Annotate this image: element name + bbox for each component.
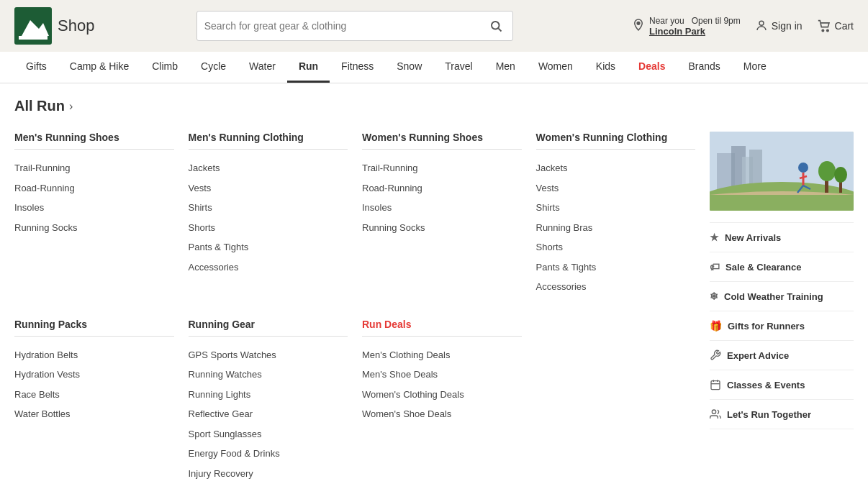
menu-item[interactable]: Hydration Belts xyxy=(14,345,174,365)
search-input[interactable] xyxy=(204,20,487,32)
menu-item[interactable]: Shirts xyxy=(536,198,696,218)
menu-item[interactable]: Road-Running xyxy=(14,178,174,198)
menu-item[interactable]: Trail-Running xyxy=(362,158,522,178)
menu-item[interactable]: Hydration Vests xyxy=(14,365,174,385)
search-button[interactable] xyxy=(487,17,505,35)
nav-item-gifts[interactable]: Gifts xyxy=(14,52,58,83)
logo-area[interactable]: Shop xyxy=(14,7,130,45)
nav-item-deals[interactable]: Deals xyxy=(627,52,677,83)
location-text: Near you Open til 9pm Lincoln Park xyxy=(649,16,741,37)
near-you-label: Near you Open til 9pm xyxy=(649,16,741,26)
quick-link-label: Cold Weather Training xyxy=(724,291,823,302)
location-pin-icon xyxy=(632,18,645,34)
menu-item[interactable]: Running Socks xyxy=(14,218,174,238)
menu-item[interactable]: Shirts xyxy=(189,198,348,218)
menu-item[interactable]: Men's Shoe Deals xyxy=(362,365,522,385)
svg-rect-25 xyxy=(711,381,720,390)
menu-item[interactable]: Shorts xyxy=(189,218,348,238)
nav-item-kids[interactable]: Kids xyxy=(584,52,627,83)
svg-point-22 xyxy=(818,161,836,181)
menu-item[interactable]: Shorts xyxy=(536,237,696,257)
nav-item-snow[interactable]: Snow xyxy=(385,52,433,83)
cart-icon xyxy=(817,19,831,32)
bottom-right-link-item[interactable]: Let's Run Together xyxy=(710,400,854,429)
quick-link-label: Gifts for Runners xyxy=(728,321,805,332)
nav-item-run[interactable]: Run xyxy=(287,52,330,83)
nav-item-fitness[interactable]: Fitness xyxy=(330,52,385,83)
quick-link-item[interactable]: ★New Arrivals xyxy=(710,223,854,252)
main-nav: GiftsCamp & HikeClimbCycleWaterRunFitnes… xyxy=(0,52,868,83)
nav-item-water[interactable]: Water xyxy=(238,52,287,83)
menu-item[interactable]: Running Watches xyxy=(189,365,348,385)
store-link[interactable]: Lincoln Park xyxy=(649,26,741,37)
menu-item[interactable]: Vests xyxy=(189,178,348,198)
menu-item[interactable]: Pants & Tights xyxy=(189,237,348,257)
menu-item[interactable]: Sport Sunglasses xyxy=(189,424,348,444)
quick-link-label: Sale & Clearance xyxy=(725,262,802,273)
svg-point-7 xyxy=(822,29,823,31)
menu-item[interactable]: Vests xyxy=(536,178,696,198)
menu-item[interactable]: Injury Recovery xyxy=(189,464,348,484)
menu-item[interactable]: Insoles xyxy=(362,198,522,218)
menu-item[interactable]: Trail-Running xyxy=(14,158,174,178)
svg-point-8 xyxy=(826,29,828,31)
quick-link-item[interactable]: ❄Cold Weather Training xyxy=(710,282,854,311)
nav-item-women[interactable]: Women xyxy=(527,52,584,83)
quick-link-label: New Arrivals xyxy=(725,232,781,243)
nav-item-men[interactable]: Men xyxy=(484,52,527,83)
bottom-right-link-item[interactable]: Expert Advice xyxy=(710,341,854,370)
menu-item[interactable]: Road-Running xyxy=(362,178,522,198)
menu-item[interactable]: Pants & Tights xyxy=(536,257,696,278)
menu-item[interactable]: GPS Sports Watches xyxy=(189,345,348,365)
rei-logo-icon xyxy=(14,7,52,45)
bottom-right-links: Expert AdviceClasses & EventsLet's Run T… xyxy=(710,341,854,429)
svg-point-5 xyxy=(637,22,640,24)
cart-label: Cart xyxy=(835,20,854,32)
menu-item[interactable]: Women's Shoe Deals xyxy=(362,404,522,424)
nav-item-travel[interactable]: Travel xyxy=(433,52,484,83)
nav-item-camp---hike[interactable]: Camp & Hike xyxy=(58,52,140,83)
nav-item-cycle[interactable]: Cycle xyxy=(189,52,238,83)
tag-icon: 🏷 xyxy=(710,261,720,273)
menu-section-title: Women's Running Shoes xyxy=(362,132,522,150)
svg-point-24 xyxy=(834,167,847,183)
menu-section-womens-running-clothing: Women's Running ClothingJacketsVestsShir… xyxy=(536,132,696,297)
quick-link-item[interactable]: 🏷Sale & Clearance xyxy=(710,252,854,282)
svg-point-6 xyxy=(759,21,764,25)
quick-link-item[interactable]: 🎁Gifts for Runners xyxy=(710,311,854,341)
svg-point-29 xyxy=(712,410,715,413)
nav-item-more[interactable]: More xyxy=(732,52,778,83)
bottom-link-label: Let's Run Together xyxy=(727,409,811,420)
menu-section-title: Running Packs xyxy=(14,319,174,337)
menu-item[interactable]: Jackets xyxy=(189,158,348,178)
cart-area[interactable]: Cart xyxy=(817,19,854,32)
sign-in-area[interactable]: Sign in xyxy=(755,19,803,32)
menu-item[interactable]: Running Lights xyxy=(189,385,348,405)
nav-item-brands[interactable]: Brands xyxy=(677,52,731,83)
menu-item[interactable]: Race Belts xyxy=(14,385,174,405)
menu-item[interactable]: Water Bottles xyxy=(14,404,174,424)
menu-section-title: Running Gear xyxy=(189,319,348,337)
menu-item[interactable]: Men's Clothing Deals xyxy=(362,345,522,365)
breadcrumb: All Run › xyxy=(14,98,854,114)
menu-item[interactable]: Energy Food & Drinks xyxy=(189,444,348,464)
person-icon xyxy=(755,19,768,32)
bottom-right-link-item[interactable]: Classes & Events xyxy=(710,370,854,400)
menu-item[interactable]: Jogging Strollers xyxy=(189,483,348,489)
svg-line-4 xyxy=(498,28,501,31)
dropdown-right: ★New Arrivals🏷Sale & Clearance❄Cold Weat… xyxy=(710,132,854,489)
nav-item-climb[interactable]: Climb xyxy=(140,52,189,83)
gift-icon: 🎁 xyxy=(710,320,722,332)
menu-item[interactable]: Jackets xyxy=(536,158,696,178)
menu-item[interactable]: Reflective Gear xyxy=(189,404,348,424)
menu-item[interactable]: Running Bras xyxy=(536,218,696,238)
menu-item[interactable]: Insoles xyxy=(14,198,174,218)
menu-item[interactable]: Women's Clothing Deals xyxy=(362,385,522,405)
star-icon: ★ xyxy=(710,232,719,243)
search-area xyxy=(196,11,513,41)
menu-item[interactable]: Running Socks xyxy=(362,218,522,238)
breadcrumb-text: All Run xyxy=(14,98,65,114)
dropdown-area: All Run › Men's Running ShoesTrail-Runni… xyxy=(0,83,868,489)
menu-item[interactable]: Accessories xyxy=(536,277,696,297)
menu-item[interactable]: Accessories xyxy=(189,257,348,278)
